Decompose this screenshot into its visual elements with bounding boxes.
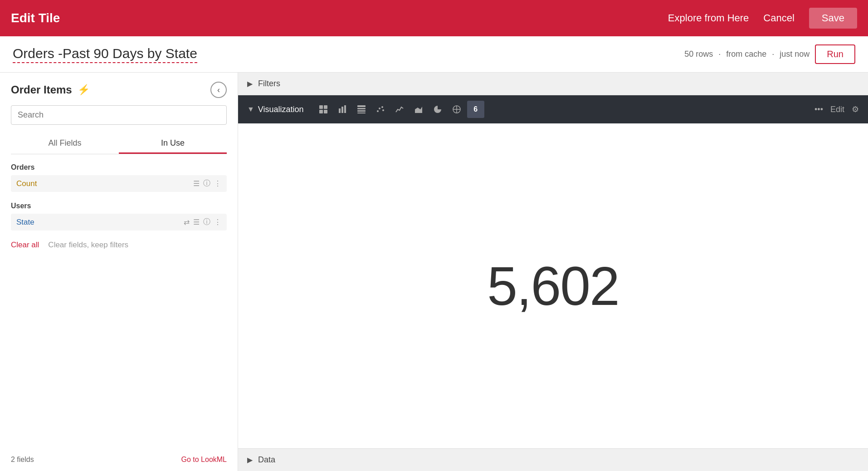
group-users: Users State ⇄ ☰ ⓘ ⋮ <box>11 202 227 233</box>
collapse-sidebar-button[interactable]: ‹ <box>210 82 227 98</box>
group-label-orders: Orders <box>11 163 227 172</box>
svg-rect-9 <box>357 110 366 112</box>
svg-rect-10 <box>357 113 366 113</box>
filters-expand-icon[interactable]: ▶ <box>247 79 253 88</box>
sidebar-title-group: Order Items ⚡ <box>11 83 90 96</box>
viz-label: Visualization <box>258 105 304 114</box>
sidebar-header: Order Items ⚡ ‹ <box>11 82 227 98</box>
field-item-state: State ⇄ ☰ ⓘ ⋮ <box>11 214 227 231</box>
query-bar: Orders -Past 90 Days by State 50 rows · … <box>0 36 868 73</box>
svg-rect-6 <box>344 105 346 113</box>
filter-icon-state[interactable]: ☰ <box>193 218 200 226</box>
svg-rect-2 <box>319 110 323 113</box>
tab-in-use[interactable]: In Use <box>119 134 227 154</box>
clear-row: Clear all Clear fields, keep filters <box>11 240 227 250</box>
looker-table-icon[interactable] <box>353 101 370 118</box>
more-viz-icon[interactable]: ••• <box>814 105 823 114</box>
query-title: Orders -Past 90 Days by State <box>13 46 197 63</box>
content-area: ▶ Filters ▼ Visualization <box>238 73 868 471</box>
sidebar-title: Order Items <box>11 83 72 96</box>
data-expand-icon[interactable]: ▶ <box>247 456 253 464</box>
field-name-count: Count <box>16 179 190 188</box>
area-chart-icon[interactable] <box>410 101 427 118</box>
data-bar: ▶ Data <box>238 448 868 471</box>
go-to-lookml-link[interactable]: Go to LookML <box>181 456 227 464</box>
query-meta: 50 rows · from cache · just now Run <box>684 44 855 64</box>
svg-rect-3 <box>324 110 327 113</box>
line-chart-icon[interactable] <box>391 101 408 118</box>
clear-all-button[interactable]: Clear all <box>11 240 39 250</box>
svg-point-11 <box>377 110 379 112</box>
viz-icons: 6 <box>315 101 807 118</box>
svg-point-13 <box>381 106 383 108</box>
filter-icon-count[interactable]: ☰ <box>193 179 200 188</box>
separator-1: · <box>718 49 721 59</box>
rows-count: 50 rows <box>684 49 713 59</box>
main-value: 5,602 <box>487 255 619 317</box>
fields-count: 2 fields <box>11 456 34 464</box>
map-icon[interactable] <box>448 101 465 118</box>
explore-from-here-link[interactable]: Explore from Here <box>668 12 749 24</box>
query-time: just now <box>780 49 809 59</box>
viz-edit-button[interactable]: Edit <box>830 105 844 114</box>
cache-status: from cache <box>726 49 766 59</box>
info-icon-count[interactable]: ⓘ <box>203 179 210 188</box>
main-layout: Order Items ⚡ ‹ All Fields In Use Orders… <box>0 73 868 471</box>
header-actions: Explore from Here Cancel Save <box>668 8 857 29</box>
more-icon-state[interactable]: ⋮ <box>214 218 221 226</box>
tabs: All Fields In Use <box>11 134 227 154</box>
filters-bar: ▶ Filters <box>238 73 868 95</box>
clear-keep-button[interactable]: Clear fields, keep filters <box>48 240 128 250</box>
svg-point-14 <box>382 109 384 111</box>
separator-2: · <box>772 49 774 59</box>
info-icon-state[interactable]: ⓘ <box>203 217 210 227</box>
value-display: 5,602 <box>238 123 868 448</box>
lightning-icon: ⚡ <box>78 84 90 96</box>
pivot-icon-state[interactable]: ⇄ <box>184 218 190 226</box>
table-icon[interactable] <box>315 101 332 118</box>
cancel-button[interactable]: Cancel <box>763 12 794 24</box>
svg-point-12 <box>379 108 380 109</box>
group-label-users: Users <box>11 202 227 210</box>
svg-rect-1 <box>324 105 327 109</box>
field-name-state: State <box>16 218 180 227</box>
save-button[interactable]: Save <box>809 8 857 29</box>
sidebar: Order Items ⚡ ‹ All Fields In Use Orders… <box>0 73 238 471</box>
bar-chart-icon[interactable] <box>334 101 351 118</box>
scatter-icon[interactable] <box>372 101 389 118</box>
svg-rect-0 <box>319 105 323 109</box>
field-item-count: Count ☰ ⓘ ⋮ <box>11 175 227 192</box>
page-title: Edit Tile <box>11 11 60 25</box>
viz-bar: ▼ Visualization <box>238 95 868 123</box>
viz-settings-icon[interactable]: ⚙ <box>852 104 859 114</box>
data-label: Data <box>258 455 275 465</box>
sidebar-footer: 2 fields Go to LookML <box>11 456 227 464</box>
tab-all-fields[interactable]: All Fields <box>11 134 119 154</box>
run-button[interactable]: Run <box>815 44 855 64</box>
svg-rect-5 <box>341 107 343 113</box>
svg-rect-7 <box>357 105 366 107</box>
chevron-left-icon: ‹ <box>217 85 220 95</box>
pie-chart-icon[interactable] <box>429 101 446 118</box>
svg-marker-15 <box>415 107 422 113</box>
viz-collapse-icon[interactable]: ▼ <box>247 105 254 113</box>
svg-rect-8 <box>357 108 366 109</box>
search-input[interactable] <box>11 105 227 125</box>
header: Edit Tile Explore from Here Cancel Save <box>0 0 868 36</box>
svg-rect-4 <box>339 108 341 113</box>
more-icon-count[interactable]: ⋮ <box>214 179 221 188</box>
single-value-icon[interactable]: 6 <box>467 101 484 118</box>
filters-label: Filters <box>258 79 280 88</box>
